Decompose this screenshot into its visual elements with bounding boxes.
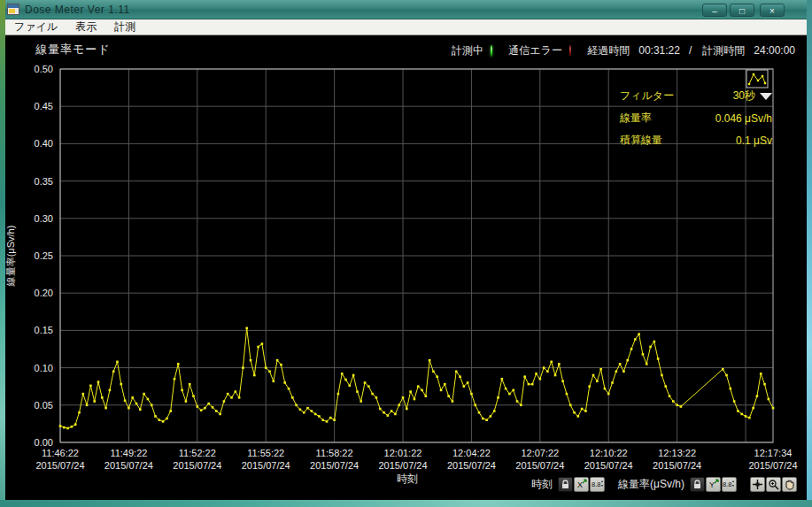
dose-meter-window: Dose Meter Ver 1.11 – □ × ファイル 表示 計測 線量率… — [0, 0, 812, 507]
x-autoscale-icon[interactable]: X — [574, 477, 589, 492]
pan-tool-icon[interactable] — [782, 477, 797, 492]
x-format-icon[interactable]: 8.8 — [590, 477, 605, 492]
filter-label: フィルター — [620, 88, 674, 104]
total-dose-label: 積算線量 — [620, 133, 662, 148]
title-bar[interactable]: Dose Meter Ver 1.11 – □ × — [0, 0, 812, 19]
svg-text:X: X — [577, 480, 583, 489]
dose-rate-row: 線量率 0.046 μSv/h — [620, 107, 772, 129]
window-border-bottom — [0, 500, 812, 507]
x-scale-label: 時刻 — [531, 477, 553, 492]
svg-text:8.8: 8.8 — [592, 480, 600, 488]
y-scale-label: 線量率(μSv/h) — [618, 477, 684, 492]
window-border-right — [807, 0, 812, 507]
x-lock-icon[interactable] — [558, 477, 573, 492]
maximize-button[interactable]: □ — [730, 4, 754, 17]
comm-error-label: 通信エラー — [508, 43, 562, 58]
cursor-tool-icon[interactable] — [750, 477, 765, 492]
comm-error-led-icon — [569, 45, 571, 57]
mode-title: 線量率モード — [35, 42, 111, 58]
window-title: Dose Meter Ver 1.11 — [25, 4, 130, 16]
y-format-icon[interactable]: 8.8 — [722, 477, 737, 492]
total-dose-value: 0.1 μSv — [736, 134, 772, 147]
menu-view[interactable]: 表示 — [66, 19, 105, 35]
menu-bar: ファイル 表示 計測 — [5, 19, 807, 35]
svg-text:Y: Y — [709, 480, 715, 489]
menu-file[interactable]: ファイル — [5, 19, 66, 35]
filter-dropdown[interactable]: 30秒 — [733, 88, 772, 104]
app-icon — [7, 4, 19, 15]
window-border-left — [0, 0, 5, 507]
scale-toolbar: 時刻 X 8.8 線量率(μSv/h) Y 8.8 — [531, 475, 798, 493]
chevron-down-icon[interactable] — [760, 93, 772, 100]
y-autoscale-icon[interactable]: Y — [706, 477, 721, 492]
duration-label: 計測時間 — [702, 43, 745, 58]
dose-rate-value: 0.046 μSv/h — [715, 112, 772, 125]
duration-value: 24:00:00 — [754, 44, 795, 57]
x-axis-title: 時刻 — [328, 472, 487, 487]
elapsed-label: 経過時間 — [587, 43, 630, 58]
filter-value: 30秒 — [733, 89, 755, 102]
svg-text:8.8: 8.8 — [723, 480, 731, 488]
readout-panel: フィルター 30秒 線量率 0.046 μSv/h 積算線量 0.1 μSv — [620, 85, 772, 151]
elapsed-value: 00:31:22 — [638, 44, 680, 57]
total-dose-row: 積算線量 0.1 μSv — [620, 129, 772, 151]
minimize-button[interactable]: – — [702, 4, 727, 17]
measuring-led-icon — [491, 45, 492, 57]
filter-row: フィルター 30秒 — [620, 85, 772, 107]
time-separator: / — [689, 44, 692, 57]
dose-rate-label: 線量率 — [620, 111, 652, 126]
zoom-tool-icon[interactable] — [766, 477, 781, 492]
measuring-label: 計測中 — [452, 43, 483, 58]
close-button[interactable]: × — [760, 4, 785, 17]
menu-measure[interactable]: 計測 — [105, 19, 144, 35]
y-lock-icon[interactable] — [690, 477, 705, 492]
status-row: 計測中 通信エラー 経過時間 00:31:22 / 計測時間 24:00:00 — [452, 43, 804, 58]
